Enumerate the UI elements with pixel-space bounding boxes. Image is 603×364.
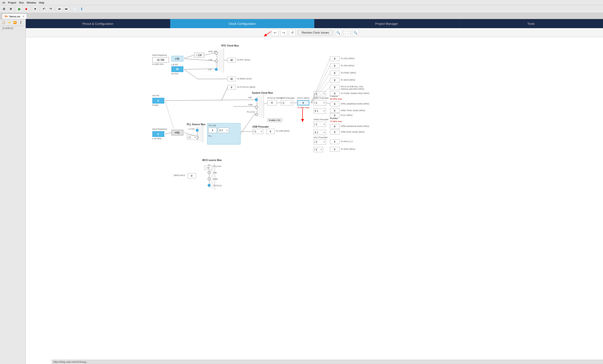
menu-project[interactable]: Project [7,1,18,4]
toolbar-btn-stop[interactable]: ■ [23,6,29,12]
menu-window[interactable]: Window [25,1,37,4]
toolbar-btn-undo[interactable]: ↶ [41,6,47,12]
menu-run[interactable]: Run [18,1,25,4]
toolbar-btn-2[interactable]: ❄ [8,6,14,12]
toolbar-btn-5[interactable]: ✦ [32,6,38,12]
file-tab-demo[interactable]: Mx *demo.ioc ✕ [2,14,27,19]
menu-bar: ch Project Run Window Help [0,0,603,5]
toolbar-btn-back[interactable]: ⬅ [56,6,62,12]
toolbar-btn-info[interactable]: ℹ [79,6,85,12]
menu-help[interactable]: Help [37,1,46,4]
toolbar-btn-redo[interactable]: ↷ [47,6,54,12]
file-tab-name: *demo.ioc [9,15,21,18]
toolbar-btn-run[interactable]: ▶ [16,6,23,12]
menu-ch[interactable]: ch [1,1,7,4]
toolbar-btn-save[interactable]: 📄 [72,6,78,12]
file-tabs: Mx *demo.ioc ✕ [0,13,603,19]
toolbar: ⚙ ❄ ▶ ■ ✦ ↶ ↷ ⬅ ➡ 📄 ℹ [0,5,603,13]
file-tab-icon: Mx [5,15,8,18]
file-tab-close[interactable]: ✕ [23,15,24,18]
toolbar-btn-fwd[interactable]: ➡ [63,6,69,12]
toolbar-btn-1[interactable]: ⚙ [1,6,7,12]
